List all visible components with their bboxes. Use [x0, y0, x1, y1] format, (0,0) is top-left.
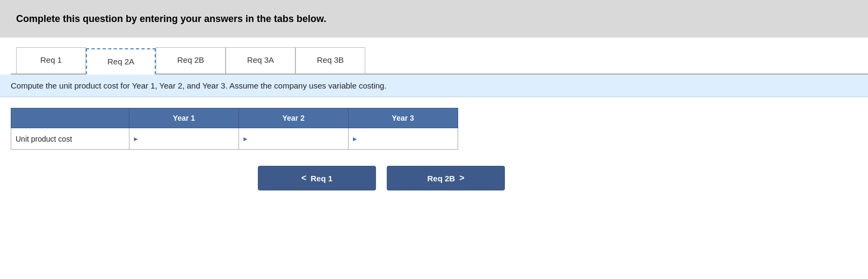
prev-button-label: Req 1	[310, 174, 332, 183]
tab-req2a[interactable]: Req 2A	[86, 48, 156, 75]
col-header-label	[11, 108, 129, 128]
col-header-year3: Year 3	[348, 108, 458, 128]
header-bar: Complete this question by entering your …	[0, 0, 868, 38]
row-label-unit-product-cost: Unit product cost	[11, 128, 129, 150]
buttons-row: < Req 1 Req 2B >	[258, 166, 868, 190]
tab-req2b[interactable]: Req 2B	[156, 47, 226, 74]
instruction-text: Compute the unit product cost for Year 1…	[11, 81, 387, 90]
tab-req3b[interactable]: Req 3B	[295, 47, 365, 74]
col-header-year2: Year 2	[238, 108, 348, 128]
year1-arrow-wrapper: ►	[129, 128, 238, 149]
next-chevron-icon: >	[459, 173, 464, 183]
table-section: Year 1 Year 2 Year 3 Unit product cost ►…	[11, 108, 868, 150]
year2-input-cell[interactable]: ►	[238, 128, 348, 150]
year3-input-cell[interactable]: ►	[348, 128, 458, 150]
next-button[interactable]: Req 2B >	[387, 166, 505, 190]
year2-arrow-icon: ►	[242, 135, 249, 143]
tabs-container: Req 1 Req 2A Req 2B Req 3A Req 3B	[11, 47, 868, 75]
prev-button[interactable]: < Req 1	[258, 166, 376, 190]
year3-arrow-icon: ►	[352, 135, 358, 143]
instruction-bar: Compute the unit product cost for Year 1…	[0, 75, 868, 97]
year2-input[interactable]	[251, 135, 345, 143]
year1-input-cell[interactable]: ►	[129, 128, 239, 150]
table-header-row: Year 1 Year 2 Year 3	[11, 108, 458, 128]
tab-req3a[interactable]: Req 3A	[226, 47, 295, 74]
col-header-year1: Year 1	[129, 108, 239, 128]
header-title: Complete this question by entering your …	[16, 13, 326, 25]
year2-arrow-wrapper: ►	[239, 128, 348, 149]
next-button-label: Req 2B	[427, 174, 455, 183]
year1-arrow-icon: ►	[133, 135, 139, 143]
data-table: Year 1 Year 2 Year 3 Unit product cost ►…	[11, 108, 458, 150]
year3-arrow-wrapper: ►	[349, 128, 458, 149]
tab-req1[interactable]: Req 1	[16, 47, 86, 74]
prev-chevron-icon: <	[301, 173, 306, 183]
year1-input[interactable]	[141, 135, 235, 143]
table-row: Unit product cost ► ► ►	[11, 128, 458, 150]
year3-input[interactable]	[360, 135, 454, 143]
